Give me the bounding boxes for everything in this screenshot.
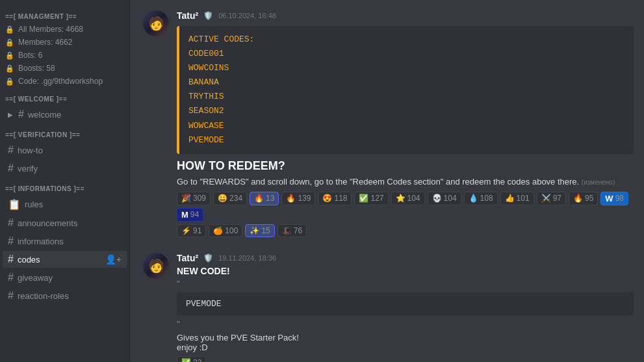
active-codes-label: ACTIVE CODES: <box>188 34 254 44</box>
code-4: TRYTHIS <box>188 92 224 101</box>
sidebar: ==[ MANAGMENT ]== 🔒 All Members: 4668 🔒 … <box>0 0 130 362</box>
avatar-image: 🧑 <box>143 10 169 36</box>
reaction-smile[interactable]: 😀234 <box>213 192 247 205</box>
reactions-row-2: ✅33 <box>177 356 634 362</box>
reactions-row-1b: ⚡91 🍊100 ✨15 🎩76 <box>177 224 634 237</box>
sidebar-item-informations[interactable]: # informations <box>3 233 127 250</box>
reaction-fire-95[interactable]: 🔥95 <box>569 192 598 205</box>
reaction-party[interactable]: 🎉309 <box>177 192 211 205</box>
avatar-tatu-1: 🧑 <box>143 10 169 36</box>
reaction-thumbsup[interactable]: 👍101 <box>500 192 534 205</box>
lock-icon: 🔒 <box>5 77 14 86</box>
code-1: CODE001 <box>188 49 224 58</box>
chat-area: 🧑 Tatu² 🛡️ 06.10.2024, 16:48 ACTIVE CODE… <box>130 0 644 362</box>
hash-icon: # <box>18 109 24 120</box>
new-code-title: NEW CODE! <box>177 266 634 276</box>
code-5: SEASON2 <box>188 106 224 116</box>
reaction-skull[interactable]: 💀104 <box>428 192 461 205</box>
username-2: Tatu² <box>177 253 198 263</box>
code-7: PVEMODE <box>188 135 224 145</box>
pve-desc2: enjoy :D <box>177 343 634 352</box>
username-1: Tatu² <box>177 10 198 21</box>
reaction-star[interactable]: ⭐104 <box>391 192 425 205</box>
message-1: 🧑 Tatu² 🛡️ 06.10.2024, 16:48 ACTIVE CODE… <box>143 10 634 242</box>
message-2: 🧑 Tatu² 🛡️ 19.11.2024, 18:36 NEW CODE! "… <box>143 253 634 362</box>
redeem-title: HOW TO REDEEM? <box>177 159 634 173</box>
lock-icon: 🔒 <box>5 51 14 60</box>
reaction-sword[interactable]: ⚔️97 <box>537 192 566 205</box>
hash-icon: # <box>8 290 14 302</box>
reaction-check-33[interactable]: ✅33 <box>177 356 206 362</box>
sidebar-item-how-to[interactable]: # how-to <box>3 142 127 159</box>
pve-desc1: Gives you the PVE Starter Pack! <box>177 333 634 343</box>
hash-icon: # <box>8 253 14 265</box>
sidebar-item-codes[interactable]: # codes 👤+ <box>3 251 127 268</box>
reaction-m[interactable]: M94 <box>177 208 203 222</box>
hash-icon: # <box>8 272 14 283</box>
active-codes-block: ACTIVE CODES: CODE001 WOWCOINS BANANA TR… <box>177 26 634 154</box>
reaction-fire-13[interactable]: 🔥13 <box>250 192 279 205</box>
redeem-section: HOW TO REDEEM? Go to "REWARDS" and scrol… <box>177 159 634 237</box>
avatar-tatu-2: 🧑 <box>143 253 169 279</box>
new-code-block: PVEMODE <box>177 292 634 315</box>
sidebar-boosts: 🔒 Boosts: 58 <box>0 62 129 75</box>
reaction-w[interactable]: W98 <box>600 192 628 205</box>
redeem-desc: Go to "REWARDS" and scroll down, go to t… <box>177 177 634 187</box>
section-verification: ==[ VERIFICATION ]== <box>0 123 129 141</box>
section-welcome: ==[ WELCOME ]== <box>0 88 129 105</box>
lock-icon: 🔒 <box>5 38 14 47</box>
lock-icon: 🔒 <box>5 25 14 34</box>
lock-icon: 🔒 <box>5 64 14 73</box>
edited-label: (изменено) <box>582 179 615 186</box>
sidebar-item-announcements[interactable]: # announcements <box>3 214 127 231</box>
add-member-icon[interactable]: 👤+ <box>105 254 122 265</box>
message-header-1: Tatu² 🛡️ 06.10.2024, 16:48 <box>177 10 634 21</box>
section-informations: ==[ INFORMATIONS ]== <box>0 177 129 195</box>
message-content-1: Tatu² 🛡️ 06.10.2024, 16:48 ACTIVE CODES:… <box>177 10 634 242</box>
code-2: WOWCOINS <box>188 63 229 73</box>
sidebar-members: 🔒 Members: 4662 <box>0 36 129 49</box>
code-6: WOWCASE <box>188 121 224 131</box>
hash-icon: # <box>8 235 14 247</box>
reactions-row-1: 🎉309 😀234 🔥13 🔥139 😍118 ✅127 ⭐104 💀104 💧… <box>177 192 634 222</box>
sidebar-code: 🔒 Code: .gg/9thdworkshop <box>0 75 129 88</box>
reaction-bolt[interactable]: ⚡91 <box>177 224 206 237</box>
timestamp-2: 19.11.2024, 18:36 <box>218 254 276 262</box>
shield-badge-2: 🛡️ <box>203 253 213 263</box>
sidebar-bots: 🔒 Bots: 6 <box>0 49 129 62</box>
section-managment: ==[ MANAGMENT ]== <box>0 5 129 23</box>
avatar-image-2: 🧑 <box>143 253 169 279</box>
sidebar-item-rules[interactable]: 📋 rules <box>3 196 127 213</box>
code-3: BANANA <box>188 77 219 87</box>
sidebar-item-reaction-roles[interactable]: # reaction-roles <box>3 287 127 304</box>
sidebar-item-welcome[interactable]: ▶ # welcome <box>3 106 127 123</box>
shield-badge-1: 🛡️ <box>203 11 213 20</box>
quote-open: " <box>177 279 634 289</box>
reaction-orange[interactable]: 🍊100 <box>209 224 242 237</box>
sidebar-item-verify[interactable]: # verify <box>3 160 127 177</box>
reaction-water[interactable]: 💧108 <box>464 192 498 205</box>
timestamp-1: 06.10.2024, 16:48 <box>218 12 276 19</box>
reaction-tophat[interactable]: 🎩76 <box>277 224 307 237</box>
reaction-heart-eyes[interactable]: 😍118 <box>318 192 352 205</box>
message-header-2: Tatu² 🛡️ 19.11.2024, 18:36 <box>177 253 634 263</box>
arrow-icon: ▶ <box>8 111 13 118</box>
reaction-sparkle-15[interactable]: ✨15 <box>245 224 274 237</box>
sidebar-item-giveaway[interactable]: # giveaway <box>3 269 127 286</box>
hash-icon: # <box>8 162 14 174</box>
sidebar-all-members: 🔒 All Members: 4668 <box>0 23 129 36</box>
rules-icon: 📋 <box>8 198 21 211</box>
reaction-check[interactable]: ✅127 <box>354 192 388 205</box>
quote-close: " <box>177 319 634 329</box>
hash-icon: # <box>8 217 14 229</box>
reaction-fire-139[interactable]: 🔥139 <box>281 192 315 205</box>
message-content-2: Tatu² 🛡️ 19.11.2024, 18:36 NEW CODE! " P… <box>177 253 634 362</box>
hash-icon: # <box>8 144 14 156</box>
